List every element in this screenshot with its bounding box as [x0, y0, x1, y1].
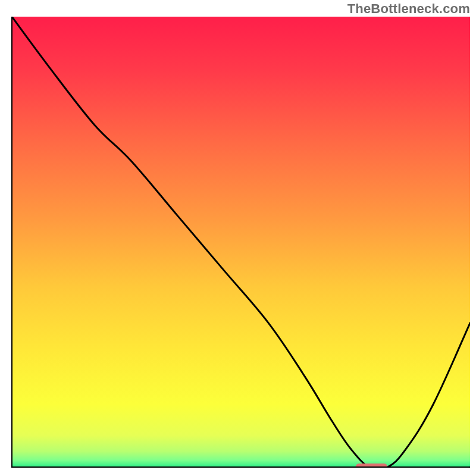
- chart-container: TheBottleneck.com: [0, 0, 476, 476]
- chart-svg: [0, 0, 476, 476]
- plot-background: [12, 17, 470, 467]
